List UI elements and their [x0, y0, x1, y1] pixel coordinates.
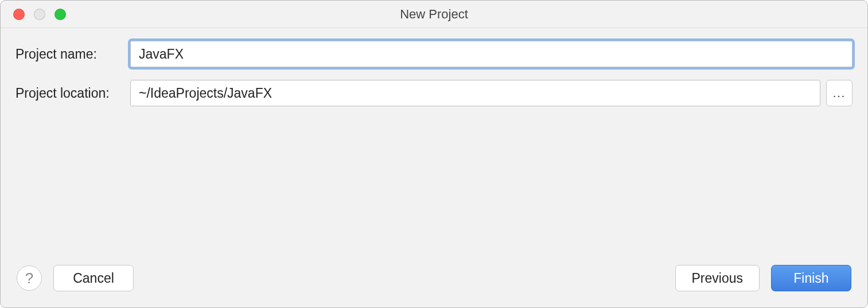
project-location-input[interactable]: [130, 80, 820, 106]
dialog-window: New Project Project name: Project locati…: [0, 0, 868, 308]
project-name-label: Project name:: [15, 47, 130, 62]
previous-button[interactable]: Previous: [675, 265, 760, 291]
project-location-input-wrap: ...: [130, 80, 853, 106]
cancel-button[interactable]: Cancel: [53, 265, 134, 291]
zoom-icon[interactable]: [55, 9, 66, 20]
help-button[interactable]: ?: [17, 265, 42, 291]
dialog-footer: ? Cancel Previous Finish: [1, 265, 867, 307]
help-icon: ?: [25, 270, 33, 287]
ellipsis-icon: ...: [833, 87, 846, 100]
project-name-input-wrap: [130, 41, 853, 67]
minimize-icon[interactable]: [34, 9, 45, 20]
window-controls: [1, 9, 66, 20]
project-location-row: Project location: ...: [15, 80, 853, 106]
project-name-row: Project name:: [15, 41, 853, 67]
window-title: New Project: [1, 7, 867, 22]
finish-button[interactable]: Finish: [771, 265, 851, 291]
form-content: Project name: Project location: ...: [1, 28, 867, 265]
close-icon[interactable]: [13, 9, 25, 20]
titlebar: New Project: [1, 1, 867, 28]
project-name-input[interactable]: [130, 41, 853, 67]
browse-button[interactable]: ...: [826, 80, 853, 106]
project-location-label: Project location:: [15, 86, 130, 101]
